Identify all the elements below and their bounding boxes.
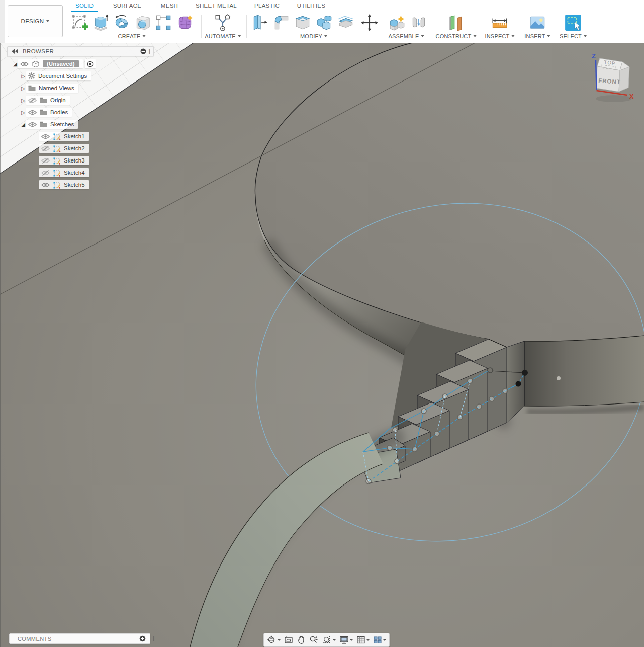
orbit-tool[interactable]: [267, 635, 281, 644]
design-menu-button[interactable]: DESIGN: [8, 5, 63, 37]
viewports-tool[interactable]: [373, 635, 386, 644]
combine-icon[interactable]: [315, 14, 333, 32]
hole-icon[interactable]: [134, 14, 152, 32]
expand-triangle-icon[interactable]: ▷: [20, 86, 26, 91]
tab-utilities[interactable]: UTILITIES: [297, 3, 325, 9]
eye-off-icon[interactable]: [41, 170, 50, 176]
toolbar-separator: [556, 15, 556, 38]
add-comment-icon[interactable]: [139, 635, 146, 642]
activate-component-radio[interactable]: [85, 59, 96, 68]
collapse-panel-icon[interactable]: [12, 49, 19, 54]
tree-row-bodies[interactable]: ▷ Bodies: [20, 108, 154, 117]
viewcube[interactable]: TOP FRONT Z X: [581, 50, 644, 107]
tab-sheet-metal[interactable]: SHEET METAL: [196, 3, 237, 9]
press-pull-icon[interactable]: [251, 14, 269, 32]
zoom-tool[interactable]: [309, 635, 319, 644]
automate-icon[interactable]: [214, 14, 232, 32]
group-inspect[interactable]: INSPECT: [485, 33, 514, 39]
toolbar-separator: [246, 15, 247, 38]
tree-row-document-settings[interactable]: ▷ Document Settings: [20, 71, 154, 80]
eye-icon[interactable]: [41, 134, 50, 139]
tree-row-sketch4[interactable]: Sketch4: [39, 168, 154, 177]
display-settings-icon: [339, 635, 349, 644]
tree-item-label: Sketch4: [64, 170, 85, 176]
measure-icon[interactable]: [491, 14, 509, 32]
grid-layout-tool[interactable]: [356, 635, 370, 644]
tree-row-named-views[interactable]: ▷ Named Views: [20, 84, 154, 93]
group-construct[interactable]: CONSTRUCT: [436, 33, 477, 39]
eye-off-icon[interactable]: [41, 157, 50, 164]
caret-down-icon: [278, 639, 281, 641]
pattern-icon[interactable]: [154, 14, 172, 32]
tree-item-label: Origin: [50, 97, 66, 103]
expand-triangle-icon[interactable]: ▷: [20, 110, 26, 115]
browser-header[interactable]: BROWSER ||: [7, 46, 154, 56]
expand-triangle-icon[interactable]: ▷: [20, 73, 26, 79]
expand-triangle-icon[interactable]: ◢: [20, 122, 26, 127]
expand-triangle-icon[interactable]: ▷: [20, 98, 26, 103]
eye-icon[interactable]: [28, 122, 37, 127]
eye-off-icon[interactable]: [28, 97, 37, 104]
comments-label: COMMENTS: [18, 636, 51, 642]
comments-bar[interactable]: COMMENTS: [9, 633, 150, 644]
caret-down-icon: [333, 639, 336, 641]
eye-off-icon[interactable]: [41, 145, 50, 152]
shell-icon[interactable]: [294, 14, 312, 32]
eye-icon[interactable]: [41, 182, 50, 188]
grid-icon: [356, 635, 365, 644]
toolbar-separator: [521, 15, 521, 38]
tree-row-sketch5[interactable]: Sketch5: [39, 180, 154, 189]
group-select[interactable]: SELECT: [560, 33, 587, 39]
browser-panel: BROWSER || ◢ (Unsaved): [7, 46, 154, 189]
navigation-bar: [263, 633, 390, 647]
tree-item-label: Named Views: [39, 85, 74, 91]
x-axis-line: [597, 91, 628, 95]
folder-icon: [40, 109, 47, 115]
group-modify[interactable]: MODIFY: [300, 33, 327, 39]
tree-row-root[interactable]: ◢ (Unsaved): [12, 59, 154, 68]
toolbar-separator: [478, 15, 478, 38]
group-automate[interactable]: AUTOMATE: [205, 33, 241, 39]
comments-grip[interactable]: ||: [153, 635, 154, 641]
right-wall[interactable]: [524, 336, 644, 412]
revolve-icon[interactable]: [113, 14, 131, 32]
tree-row-origin[interactable]: ▷ Origin: [20, 96, 154, 105]
fit-tool[interactable]: [322, 635, 336, 644]
group-insert[interactable]: INSERT: [524, 33, 550, 39]
caret-down-icon: [584, 35, 587, 37]
select-icon[interactable]: [564, 14, 582, 32]
extrude-icon[interactable]: [91, 14, 110, 32]
create-sketch-icon[interactable]: [71, 14, 89, 32]
group-assemble[interactable]: ASSEMBLE: [389, 33, 424, 39]
construct-plane-icon[interactable]: [447, 14, 465, 32]
expand-triangle-icon[interactable]: ◢: [12, 61, 18, 67]
tab-plastic[interactable]: PLASTIC: [254, 3, 280, 9]
tree-row-sketch3[interactable]: Sketch3: [39, 156, 154, 165]
panel-grip[interactable]: ||: [148, 48, 149, 54]
fillet-icon[interactable]: [272, 14, 291, 32]
tree-row-sketch1[interactable]: Sketch1: [39, 132, 154, 141]
split-body-icon[interactable]: [337, 14, 355, 32]
pan-tool[interactable]: [297, 635, 306, 644]
look-at-tool[interactable]: [284, 635, 293, 644]
joint-icon[interactable]: [410, 14, 428, 32]
tree-row-sketch2[interactable]: Sketch2: [39, 144, 154, 153]
group-create[interactable]: CREATE: [118, 33, 145, 39]
tab-surface[interactable]: SURFACE: [113, 3, 141, 9]
tab-solid[interactable]: SOLID: [75, 3, 94, 9]
sketch-icon: [53, 169, 61, 177]
caret-down-icon: [547, 35, 550, 37]
insert-image-icon[interactable]: [528, 14, 546, 32]
new-component-icon[interactable]: [388, 14, 406, 32]
minimize-panel-icon[interactable]: [140, 48, 146, 54]
folder-icon: [40, 97, 47, 103]
tab-mesh[interactable]: MESH: [161, 3, 178, 9]
eye-icon[interactable]: [20, 61, 29, 67]
browser-title: BROWSER: [23, 48, 54, 54]
display-settings-tool[interactable]: [339, 635, 353, 644]
tree-row-sketches[interactable]: ◢ Sketches: [20, 120, 154, 129]
move-icon[interactable]: [360, 14, 379, 32]
eye-icon[interactable]: [28, 110, 37, 115]
root-document-label[interactable]: (Unsaved): [43, 60, 79, 67]
form-icon[interactable]: [176, 14, 194, 32]
